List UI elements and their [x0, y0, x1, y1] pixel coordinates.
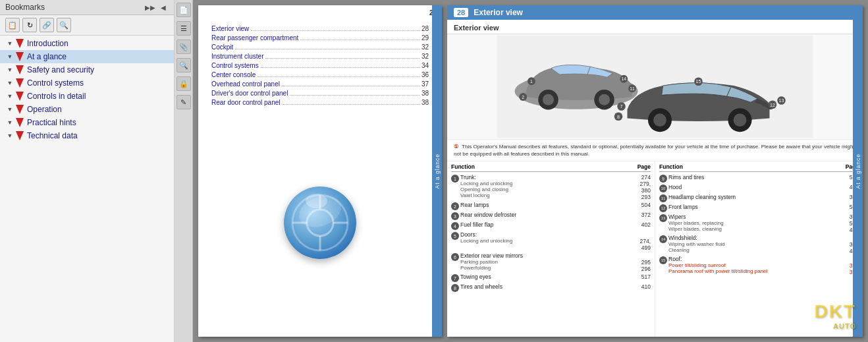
- sidebar-toolbar: 📋 ↻ 🔗 🔍: [0, 15, 174, 36]
- toc-dots: [235, 43, 420, 49]
- toggle-safety-security[interactable]: ▼: [5, 65, 14, 74]
- bookmark-icon-technical-data: [16, 131, 24, 140]
- bookmark-icon-introduction: [16, 39, 24, 48]
- info-note: ① This Operator's Manual describes all f…: [447, 140, 863, 161]
- link-icon[interactable]: 🔗: [40, 18, 54, 32]
- bookmarks-title: Bookmarks: [5, 3, 45, 12]
- func-sub-valet: Valet locking: [460, 192, 633, 198]
- toc-row[interactable]: Center console 36: [211, 71, 429, 78]
- func-text-13: Wipers Wiper blades, replacing Wiper bla…: [668, 214, 841, 233]
- bookmark-list-icon[interactable]: 📋: [5, 18, 20, 32]
- toc-row[interactable]: Instrument cluster 32: [211, 53, 429, 60]
- func-name-tires-wheels: Tires and wheels: [460, 283, 633, 290]
- toc-row[interactable]: Driver's door control panel 38: [211, 90, 429, 97]
- toc-label: Driver's door control panel: [211, 90, 288, 97]
- car-diagram: 1 14 11 2: [447, 36, 863, 138]
- toc-row[interactable]: Rear door control panel 38: [211, 99, 429, 106]
- toggle-control-systems[interactable]: ▼: [5, 78, 14, 88]
- toggle-introduction[interactable]: ▼: [5, 39, 14, 48]
- tool-pages[interactable]: 📄: [176, 3, 191, 17]
- tool-sign[interactable]: ✎: [176, 95, 191, 109]
- svg-text:1: 1: [530, 79, 533, 84]
- tool-layers[interactable]: ☰: [176, 21, 191, 36]
- toc-page: 32: [421, 53, 429, 60]
- toc-row[interactable]: Overhead control panel 37: [211, 80, 429, 88]
- func-text-1: Trunk: Locking and unlocking Opening and…: [460, 174, 633, 200]
- sidebar-item-control-systems[interactable]: ▼ Control systems: [0, 76, 174, 90]
- tool-lock[interactable]: 🔒: [176, 76, 191, 91]
- func-row-11: 11 Headlamp cleaning system 303: [659, 194, 859, 202]
- toc-dots: [265, 53, 419, 59]
- func-text-7: Towing eyes: [460, 273, 633, 282]
- sidebar-item-introduction[interactable]: ▼ Introduction: [0, 37, 174, 50]
- toc-row[interactable]: Rear passenger compartment 29: [211, 34, 429, 42]
- toc-dots: [251, 25, 420, 31]
- func-row-4: 4 Fuel filler flap 402: [451, 221, 651, 230]
- sidebar-item-technical-data[interactable]: ▼ Technical data: [0, 129, 174, 142]
- at-a-glance-tab: At a glance: [853, 5, 863, 337]
- toc-row[interactable]: Control systems 34: [211, 62, 429, 69]
- sidebar-label-at-a-glance: At a glance: [27, 52, 67, 61]
- collapse-btn[interactable]: ◀: [158, 3, 169, 12]
- bookmark-icon-practical-hints: [16, 118, 24, 127]
- svg-point-1: [307, 210, 333, 236]
- info-note-text: This Operator's Manual describes all fea…: [454, 144, 855, 157]
- toggle-controls-detail[interactable]: ▼: [5, 92, 14, 101]
- refresh-icon[interactable]: ↻: [22, 18, 37, 32]
- toggle-operation[interactable]: ▼: [5, 105, 14, 114]
- sidebar-item-controls-detail[interactable]: ▼ Controls in detail: [0, 90, 174, 103]
- func-name-windshield: Windshield:: [668, 235, 841, 241]
- tool-attach[interactable]: 📎: [176, 40, 191, 54]
- func-row-12: 12 Front lamps 504: [659, 204, 859, 212]
- expand-all-btn[interactable]: ▶▶: [145, 3, 155, 12]
- toggle-technical-data[interactable]: ▼: [5, 131, 14, 140]
- bookmark-icon-safety-security: [16, 65, 24, 74]
- func-name-frontlamps: Front lamps: [668, 204, 841, 210]
- tool-search[interactable]: 🔍: [176, 58, 191, 72]
- toc-row[interactable]: Cockpit 32: [211, 43, 429, 51]
- sidebar-item-at-a-glance[interactable]: ▼ At a glance: [0, 50, 174, 63]
- func-row-8: 8 Tires and wheels 410: [451, 283, 651, 292]
- sidebar-item-safety-security[interactable]: ▼ Safety and security: [0, 63, 174, 76]
- toc-row[interactable]: Exterior view 28: [211, 25, 429, 32]
- sidebar-label-operation: Operation: [27, 105, 62, 114]
- toggle-practical-hints[interactable]: ▼: [5, 118, 14, 127]
- bookmark-icon-at-a-glance: [16, 52, 24, 61]
- func-sub-opening: Opening and closing: [460, 186, 633, 192]
- func-sub-powerfolding: Powerfolding: [460, 265, 633, 271]
- func-page-trunk: 274279,380293: [634, 174, 651, 200]
- header-icons: ▶▶ ◀: [145, 3, 169, 12]
- toc-page: 38: [421, 90, 429, 97]
- toc-page: 32: [421, 43, 429, 51]
- func-row-9: 9 Rims and tires 532: [659, 174, 859, 183]
- func-sub-doors-locking: Locking and unlocking: [460, 238, 633, 244]
- sidebar: Bookmarks ▶▶ ◀ 📋 ↻ 🔗 🔍 ▼ Introduction ▼ …: [0, 0, 175, 342]
- func-name-headlamp: Headlamp cleaning system: [668, 194, 841, 200]
- page-27-toc: Exterior view 28 Rear passenger compartm…: [198, 5, 442, 121]
- bookmarks-header: Bookmarks ▶▶ ◀: [0, 0, 174, 15]
- func-sub-washer: Wiping with washer fluid: [668, 241, 841, 247]
- func-num-8: 8: [451, 284, 459, 292]
- func-page-towing: 517: [634, 273, 651, 282]
- svg-point-23: [734, 113, 747, 127]
- func-name-wipers: Wipers: [668, 214, 841, 220]
- svg-text:14: 14: [621, 76, 626, 81]
- search-icon[interactable]: 🔍: [57, 18, 71, 32]
- func-row-5: 5 Doors: Locking and unlocking 274,499: [451, 231, 651, 251]
- toggle-at-a-glance[interactable]: ▼: [5, 52, 14, 61]
- svg-text:15: 15: [696, 78, 701, 84]
- sidebar-item-operation[interactable]: ▼ Operation: [0, 103, 174, 116]
- toc-dots: [300, 34, 420, 40]
- func-name-mirrors: Exterior rear view mirrors: [460, 252, 633, 259]
- func-text-10: Hood: [668, 184, 841, 192]
- func-sub-wiper-cleaning: Wiper blades, cleaning: [668, 226, 841, 232]
- sidebar-item-practical-hints[interactable]: ▼ Practical hints: [0, 116, 174, 129]
- func-name-defroster: Rear window defroster: [460, 212, 633, 218]
- func-page-doors: 274,499: [634, 231, 651, 251]
- page-28-number: 28: [454, 8, 468, 17]
- func-name-rims: Rims and tires: [668, 174, 841, 181]
- func-row-14: 14 Windshield: Wiping with washer fluid …: [659, 235, 859, 254]
- toc-label: Cockpit: [211, 43, 233, 51]
- globe-icon: [284, 186, 356, 259]
- toc-page: 38: [421, 99, 429, 106]
